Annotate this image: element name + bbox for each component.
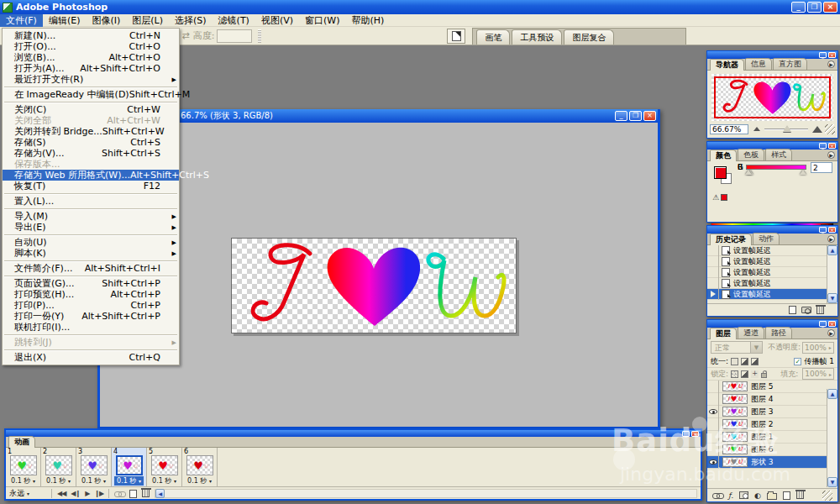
palette-tab[interactable]: 通道 [738,327,764,339]
file-menu-item[interactable]: 脚本(K) ▶ [3,248,179,259]
layer-thumbnail[interactable]: I ♥ U [722,381,748,391]
spinner-icon[interactable]: ▸ [829,371,832,377]
foreground-color-swatch[interactable] [714,166,727,179]
menu-bar-item[interactable]: 选择(S) [169,14,213,27]
swap-dimensions-icon[interactable]: ⇄ [181,30,189,41]
palette-close-button[interactable]: × [828,321,836,327]
duplicate-frame-icon[interactable] [129,490,137,498]
history-state-row[interactable]: 设置帧延迟 [707,278,827,289]
layer-row[interactable]: I ♥ U 图层 3 [707,406,827,418]
layer-row[interactable]: I ♥ U 图层 2 [707,418,827,431]
lock-all-icon[interactable] [761,373,767,378]
frame-delay-selector[interactable]: 0.1 秒 ▾ [44,476,73,486]
unify-visibility-icon[interactable] [741,358,748,365]
palette-close-button[interactable]: × [828,52,836,58]
layer-name[interactable]: 图层 6 [751,444,774,455]
blend-mode-combobox[interactable]: 正常 ▼ [711,341,763,354]
layers-scrollbar[interactable]: ▲ ▼ [827,389,837,487]
animation-frame[interactable]: 2 I ♥ U 0.1 秒 ▾ [41,448,76,486]
play-button[interactable]: ▶ [85,490,89,497]
layer-row[interactable]: I ♥ U 图层 4 [707,393,827,406]
gamut-color-chip[interactable] [721,194,727,201]
maximize-button[interactable]: ❐ [807,2,822,13]
layer-name[interactable]: 图层 4 [751,394,774,405]
file-menu-item[interactable]: 跳转到(J) ▶ [3,337,179,348]
gamut-warning[interactable]: ⚠ [712,193,727,202]
scroll-left-icon[interactable]: ◀ [155,489,165,498]
visibility-toggle[interactable] [707,418,719,431]
palette-minimize-button[interactable]: _ [682,431,690,437]
history-state-row[interactable]: 设置帧延迟 [707,267,827,278]
palette-resize-grip[interactable] [825,124,835,134]
unify-position-icon[interactable] [731,358,738,365]
channel-slider-thumb[interactable] [745,170,752,175]
file-menu-item[interactable]: 置入(L)... ▶ [3,196,179,207]
frame-delay-selector[interactable]: 0.1 秒 ▾ [79,476,108,486]
height-input[interactable] [217,29,252,43]
menu-bar-item[interactable]: 滤镜(T) [213,14,255,27]
palette-tab[interactable]: 导航器 [710,59,744,71]
lock-paint-icon[interactable] [741,370,748,378]
animation-frame[interactable]: 4 I ♥ U 0.1 秒 ▾ [112,448,147,486]
palette-tab[interactable]: 色板 [738,149,764,160]
palette-minimize-button[interactable]: _ [819,143,827,149]
history-source-well[interactable] [707,256,719,267]
navigator-preview[interactable] [711,74,833,121]
zoom-in-icon[interactable] [812,126,822,133]
history-source-well[interactable] [707,289,719,300]
delete-layer-icon[interactable] [796,491,804,499]
visibility-toggle[interactable] [707,406,719,418]
layer-thumbnail[interactable]: I ♥ U [722,419,748,429]
canvas-artwork[interactable] [231,238,517,333]
layer-thumbnail[interactable]: I ♥ U [722,394,748,404]
history-state-row[interactable]: 设置帧延迟 [707,245,827,256]
palette-menu-icon[interactable]: ▶ [827,235,835,243]
file-menu-item[interactable]: 联机打印(I)... ▶ [3,322,179,333]
history-state-row[interactable]: 设置帧延迟 [707,256,827,267]
navigator-view-box[interactable] [714,76,831,118]
unify-style-icon[interactable] [751,358,759,365]
doc-close-button[interactable]: × [643,111,656,121]
layer-row[interactable]: I ♥ U 图层 5 [707,381,827,393]
palette-minimize-button[interactable]: _ [819,321,827,327]
frame-thumbnail[interactable]: I ♥ U [45,455,72,475]
menu-bar-item[interactable]: 图像(I) [86,14,126,27]
history-state-row[interactable]: 设置帧延迟 [707,289,827,300]
visibility-toggle[interactable] [707,381,719,393]
history-source-well[interactable] [707,245,719,256]
palette-resize-grip[interactable] [822,491,832,501]
animation-frame[interactable]: 3 I ♥ U 0.1 秒 ▾ [76,448,112,486]
palette-close-button[interactable]: × [691,431,699,437]
file-menu-item[interactable]: 恢复(T) F12 ▶ [3,181,179,192]
visibility-toggle[interactable] [707,444,719,456]
palette-tab[interactable]: 动作 [753,233,780,244]
visibility-toggle[interactable] [707,431,719,444]
animation-frame[interactable]: 5 I ♥ U 0.1 秒 ▾ [147,448,182,486]
delete-state-icon[interactable] [816,307,824,314]
frame-thumbnail[interactable]: I ♥ U [81,455,108,475]
zoom-out-icon[interactable] [753,127,760,131]
frame-delay-selector[interactable]: 0.1 秒 ▾ [8,476,38,486]
doc-maximize-button[interactable]: ❐ [629,111,642,121]
menu-bar-item[interactable]: 文件(F) [0,14,43,27]
frame-delay-selector[interactable]: 0.1 秒 ▾ [185,476,214,486]
animation-frame[interactable]: 1 I ♥ U 0.1 秒 ▾ [6,448,41,486]
layer-row[interactable]: I ♥ U 图层 6 [707,444,827,456]
palette-well-tab[interactable]: 图层复合 [564,29,614,45]
first-frame-button[interactable]: ◀◀ [57,490,66,497]
palette-tab[interactable]: 样式 [765,149,792,160]
frame-delay-selector[interactable]: 0.1 秒 ▾ [150,476,179,486]
lock-transparency-icon[interactable] [731,370,738,378]
file-menu-item[interactable]: 在 ImageReady 中编辑(D) Shift+Ctrl+M ▶ [3,89,179,100]
next-frame-button[interactable]: ❙▶ [94,490,103,497]
adjustment-layer-icon[interactable]: ◐ [754,491,761,500]
delete-frame-icon[interactable] [142,490,150,497]
file-menu-item[interactable]: 导出(E) ▶ [3,222,179,233]
history-source-well[interactable] [707,278,719,289]
layer-thumbnail[interactable]: I ♥ U [722,457,748,467]
animation-tab[interactable]: 动画 [8,436,35,448]
palette-menu-icon[interactable]: ▶ [827,329,835,337]
palette-close-button[interactable]: × [828,143,836,149]
lock-move-icon[interactable]: + [751,370,759,378]
palette-minimize-button[interactable]: _ [819,52,827,58]
